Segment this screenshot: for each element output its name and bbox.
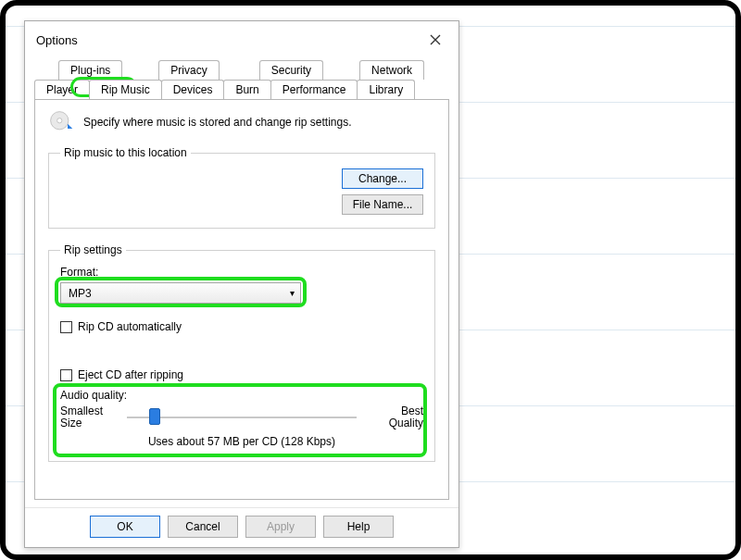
slider-thumb[interactable] bbox=[149, 408, 160, 425]
dialog-button-bar: OK Cancel Apply Help bbox=[25, 507, 458, 547]
rip-auto-checkbox[interactable] bbox=[60, 321, 72, 333]
audio-quality-slider[interactable] bbox=[127, 406, 357, 429]
tab-library[interactable]: Library bbox=[357, 80, 415, 99]
eject-label: Eject CD after ripping bbox=[78, 368, 183, 381]
tab-rip-music[interactable]: Rip Music bbox=[89, 80, 162, 99]
group-rip-location: Rip music to this location Change... Fil… bbox=[48, 146, 435, 229]
tab-plugins[interactable]: Plug-ins bbox=[58, 60, 122, 80]
rip-auto-label: Rip CD automatically bbox=[78, 320, 182, 333]
eject-checkbox[interactable] bbox=[60, 369, 72, 381]
tab-player[interactable]: Player bbox=[34, 80, 90, 99]
format-dropdown[interactable]: MP3 ▾ bbox=[60, 282, 301, 304]
options-dialog: Options Plug-ins Privacy Security Networ… bbox=[24, 20, 459, 548]
dialog-title: Options bbox=[36, 33, 78, 47]
tab-strip: Plug-ins Privacy Security Network Player… bbox=[25, 56, 458, 99]
tab-privacy[interactable]: Privacy bbox=[158, 60, 219, 80]
tab-network[interactable]: Network bbox=[359, 60, 424, 80]
tab-panel-rip-music: Specify where music is stored and change… bbox=[34, 99, 449, 500]
tab-security[interactable]: Security bbox=[259, 60, 323, 80]
group-rip-settings: Rip settings Format: MP3 ▾ Rip CD automa… bbox=[48, 243, 435, 462]
smallest-label-2: Size bbox=[60, 417, 82, 429]
close-icon bbox=[430, 34, 441, 45]
close-button[interactable] bbox=[421, 29, 449, 51]
best-label-1: Best bbox=[401, 404, 423, 417]
audio-quality-label: Audio quality: bbox=[60, 389, 423, 402]
titlebar: Options bbox=[25, 21, 458, 56]
ok-button[interactable]: OK bbox=[90, 516, 160, 538]
best-label-2: Quality bbox=[389, 417, 423, 429]
chevron-down-icon: ▾ bbox=[290, 288, 295, 298]
audio-usage-text: Uses about 57 MB per CD (128 Kbps) bbox=[60, 435, 423, 448]
tab-performance[interactable]: Performance bbox=[270, 80, 358, 99]
tab-burn[interactable]: Burn bbox=[223, 80, 270, 99]
legend-rip-location: Rip music to this location bbox=[60, 146, 191, 159]
format-value: MP3 bbox=[69, 287, 92, 300]
rip-description: Specify where music is stored and change… bbox=[83, 116, 351, 129]
smallest-label-1: Smallest bbox=[60, 404, 103, 417]
apply-button[interactable]: Apply bbox=[245, 516, 316, 538]
help-button[interactable]: Help bbox=[323, 516, 394, 538]
file-name-button[interactable]: File Name... bbox=[342, 194, 423, 215]
cancel-button[interactable]: Cancel bbox=[168, 516, 238, 538]
slider-rail bbox=[127, 417, 357, 418]
legend-rip-settings: Rip settings bbox=[60, 243, 126, 256]
cd-rip-icon bbox=[48, 109, 74, 135]
change-location-button[interactable]: Change... bbox=[342, 168, 423, 189]
format-label: Format: bbox=[60, 266, 423, 279]
svg-point-1 bbox=[57, 118, 62, 123]
tab-devices[interactable]: Devices bbox=[161, 80, 225, 99]
